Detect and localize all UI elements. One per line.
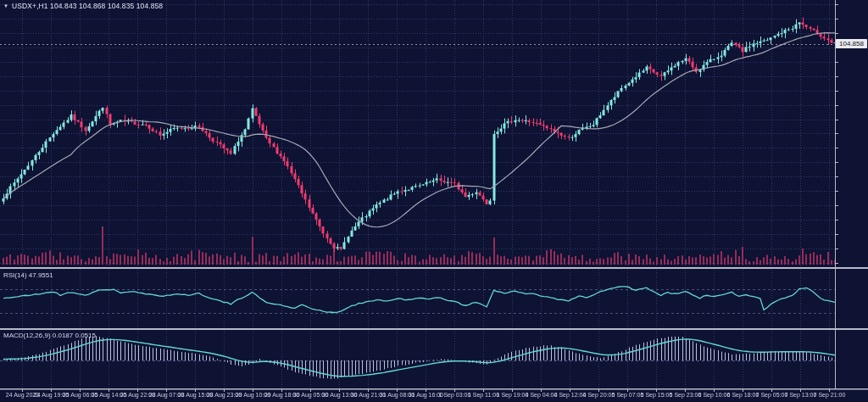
time-axis-label: 1 Sep 03:00 [439, 392, 471, 398]
time-axis-label: 28 Aug 23:00 [207, 392, 242, 398]
time-axis[interactable]: 24 Aug 202324 Aug 19:0025 Aug 06:0025 Au… [0, 388, 868, 402]
time-axis-label: 7 Sep 21:00 [814, 392, 846, 398]
time-axis-label: 25 Aug 06:00 [63, 392, 97, 398]
time-axis-label: 24 Aug 19:00 [34, 392, 69, 398]
time-axis-label: 29 Aug 10:00 [236, 392, 270, 398]
time-axis-label: 30 Aug 21:00 [351, 392, 386, 398]
time-axis-label: 25 Aug 22:00 [120, 392, 155, 398]
time-axis-label: 30 Aug 05:00 [293, 392, 328, 398]
time-axis-label: 4 Sep 04:00 [526, 392, 558, 398]
time-axis-label: 1 Sep 19:00 [497, 392, 529, 398]
price-axis[interactable]: 105.230105.095104.960104.825104.690104.5… [835, 0, 868, 388]
time-axis-label: 28 Aug 15:00 [178, 392, 213, 398]
time-axis-label: 4 Sep 12:00 [554, 392, 587, 398]
time-axis-label: 24 Aug 2023 [6, 392, 39, 398]
time-axis-label: 6 Sep 10:00 [698, 392, 731, 398]
time-axis-label: 6 Sep 18:00 [727, 392, 760, 398]
time-axis-label: 5 Sep 15:00 [641, 392, 673, 398]
time-axis-label: 30 Aug 13:00 [322, 392, 357, 398]
time-axis-label: 7 Sep 13:00 [785, 392, 817, 398]
time-axis-label: 1 Sep 11:00 [468, 392, 499, 398]
time-axis-label: 28 Aug 07:00 [149, 392, 184, 398]
trading-chart-window: ▼ USDX+,H1 104.843 104.868 104.835 104.8… [0, 0, 868, 402]
chart-canvas[interactable] [0, 0, 868, 402]
time-axis-label: 25 Aug 14:00 [92, 392, 126, 398]
time-axis-label: 31 Aug 08:00 [380, 392, 415, 398]
time-axis-label: 5 Sep 23:00 [670, 392, 702, 398]
time-axis-label: 5 Sep 07:00 [612, 392, 644, 398]
time-axis-label: 31 Aug 16:00 [409, 392, 443, 398]
time-axis-label: 7 Sep 05:00 [756, 392, 788, 398]
time-axis-label: 29 Aug 18:00 [264, 392, 299, 398]
time-axis-label: 4 Sep 20:00 [583, 392, 615, 398]
